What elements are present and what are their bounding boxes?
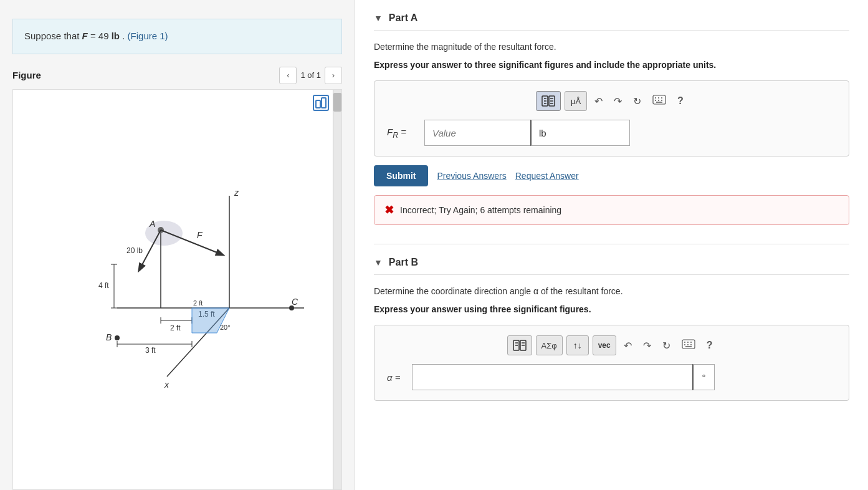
nav-page-label: 1 of 1 xyxy=(300,70,321,80)
svg-text:20 lb: 20 lb xyxy=(126,246,143,255)
section-divider xyxy=(374,244,849,244)
part-b-aso-button[interactable]: ΑΣφ xyxy=(536,335,563,355)
part-b-redo-button[interactable]: ↷ xyxy=(639,337,655,354)
part-a-unit-display: lb xyxy=(530,120,630,146)
svg-text:2 ft: 2 ft xyxy=(170,324,181,332)
svg-point-29 xyxy=(289,305,294,310)
part-a-previous-answers-button[interactable]: Previous Answers xyxy=(437,171,506,181)
problem-statement: Suppose that F = 49 lb . (Figure 1) xyxy=(12,19,342,54)
part-b-vec-button[interactable]: vec xyxy=(593,335,616,355)
part-b-section: ▼ Part B Determine the coordinate direct… xyxy=(374,257,849,401)
next-figure-button[interactable]: › xyxy=(325,67,342,84)
part-b-value-input[interactable] xyxy=(412,364,692,390)
figure-container: z y x 4 ft xyxy=(12,89,342,491)
part-b-input-label: α = xyxy=(387,372,406,383)
svg-point-24 xyxy=(115,335,120,340)
help-button[interactable]: ? xyxy=(674,93,687,109)
part-b-keyboard-button[interactable] xyxy=(678,337,699,354)
scrollbar-thumb[interactable] xyxy=(333,93,341,112)
part-a-collapse-arrow[interactable]: ▼ xyxy=(374,13,383,23)
part-a-submit-button[interactable]: Submit xyxy=(374,165,428,186)
figure-nav: ‹ 1 of 1 › xyxy=(279,67,342,84)
figure-section: Figure ‹ 1 of 1 › xyxy=(12,67,342,491)
part-a-section: ▼ Part A Determine the magnitude of the … xyxy=(374,12,849,225)
svg-text:20°: 20° xyxy=(220,324,231,331)
expand-icon[interactable] xyxy=(313,95,329,111)
part-b-header: ▼ Part B xyxy=(374,257,849,275)
figure-scrollbar[interactable] xyxy=(333,90,341,490)
svg-rect-0 xyxy=(316,100,320,108)
part-b-title: Part B xyxy=(389,257,418,268)
undo-button[interactable]: ↶ xyxy=(591,93,606,110)
svg-text:B: B xyxy=(106,332,112,342)
part-a-value-input[interactable] xyxy=(424,120,530,146)
part-a-action-row: Submit Previous Answers Request Answer xyxy=(374,165,849,186)
part-b-unit-display: ° xyxy=(692,364,715,390)
mu-button[interactable]: μÅ xyxy=(565,91,587,111)
part-b-arrows-button[interactable]: ↑↓ xyxy=(566,335,589,355)
svg-text:x: x xyxy=(164,380,169,390)
part-a-error-box: ✖ Incorrect; Try Again; 6 attempts remai… xyxy=(374,195,849,225)
svg-rect-1 xyxy=(322,98,326,108)
matrix-button[interactable] xyxy=(536,91,561,111)
prev-figure-button[interactable]: ‹ xyxy=(279,67,297,84)
figure-link[interactable]: (Figure 1) xyxy=(128,31,168,41)
part-b-undo-button[interactable]: ↶ xyxy=(620,337,636,354)
svg-text:4 ft: 4 ft xyxy=(98,281,109,290)
figure-header: Figure ‹ 1 of 1 › xyxy=(12,67,342,84)
part-a-answer-box: μÅ ↶ ↷ ↻ ? xyxy=(374,80,849,156)
part-a-input-row: FR = lb xyxy=(387,120,836,146)
part-a-instruction: Express your answer to three significant… xyxy=(374,59,849,72)
figure-svg: z y x 4 ft xyxy=(42,183,304,395)
left-panel: Suppose that F = 49 lb . (Figure 1) Figu… xyxy=(0,0,355,490)
subscript-r: R xyxy=(393,131,398,140)
figure-title: Figure xyxy=(12,70,41,80)
part-a-input-label: FR = xyxy=(387,127,418,140)
right-panel: ▼ Part A Determine the magnitude of the … xyxy=(355,0,868,490)
svg-text:z: z xyxy=(234,188,239,198)
svg-text:F: F xyxy=(197,230,203,240)
svg-text:A: A xyxy=(149,219,155,229)
svg-rect-45 xyxy=(653,95,665,104)
variable-f: F xyxy=(82,31,88,41)
part-a-error-text: Incorrect; Try Again; 6 attempts remaini… xyxy=(400,205,561,215)
part-b-reset-button[interactable]: ↻ xyxy=(659,337,674,354)
part-a-toolbar: μÅ ↶ ↷ ↻ ? xyxy=(387,91,836,111)
svg-text:2 ft: 2 ft xyxy=(193,299,203,307)
part-b-matrix-button[interactable] xyxy=(507,335,532,355)
error-icon: ✖ xyxy=(384,203,394,217)
keyboard-button[interactable] xyxy=(649,92,670,110)
svg-text:3 ft: 3 ft xyxy=(145,346,156,355)
part-a-title: Part A xyxy=(389,12,418,24)
part-b-collapse-arrow[interactable]: ▼ xyxy=(374,257,383,267)
part-a-header: ▼ Part A xyxy=(374,12,849,31)
svg-text:C: C xyxy=(292,297,298,307)
redo-button[interactable]: ↷ xyxy=(610,93,626,110)
problem-text: Suppose that F = 49 lb . (Figure 1) xyxy=(24,31,168,41)
part-a-request-answer-button[interactable]: Request Answer xyxy=(515,171,579,181)
part-b-toolbar: ΑΣφ ↑↓ vec ↶ ↷ ↻ xyxy=(387,335,836,355)
part-b-answer-box: ΑΣφ ↑↓ vec ↶ ↷ ↻ xyxy=(374,325,849,401)
part-b-instruction: Express your answer using three signific… xyxy=(374,303,849,316)
svg-rect-59 xyxy=(682,340,695,348)
reset-button[interactable]: ↻ xyxy=(629,93,645,110)
figure-image: z y x 4 ft xyxy=(13,90,333,490)
part-b-input-row: α = ° xyxy=(387,364,836,390)
part-b-description: Determine the coordinate direction angle… xyxy=(374,285,849,298)
part-b-help-button[interactable]: ? xyxy=(703,337,717,353)
part-a-description: Determine the magnitude of the resultant… xyxy=(374,41,849,54)
